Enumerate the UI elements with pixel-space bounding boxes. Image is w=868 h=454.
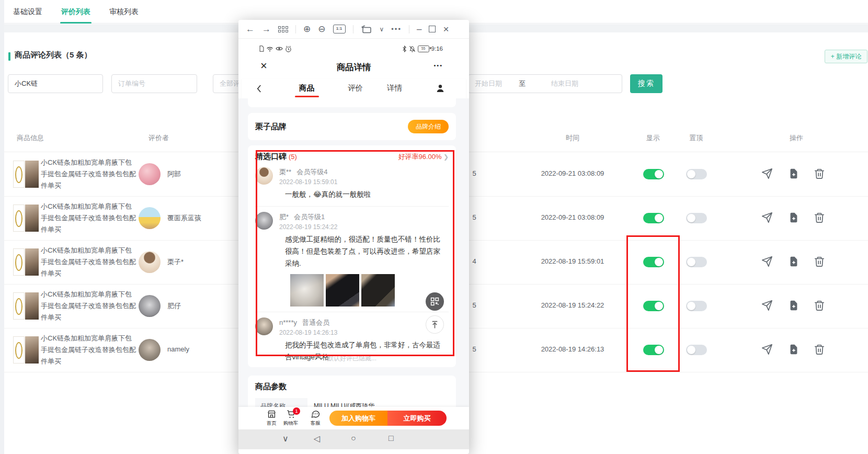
- app-header: × 商品详情 •••: [242, 55, 466, 78]
- col-header-reviewer: 评价者: [149, 133, 169, 143]
- alarm-clock-icon: [285, 46, 292, 52]
- product-title: 小CK链条加粗加宽单肩腋下包手提包金属链子改造替换包包配件单买: [41, 333, 138, 367]
- tab-audit-list[interactable]: 审核列表: [109, 0, 139, 24]
- app-tab-bar: 商品 评价 详情: [242, 78, 466, 98]
- review-photos: [290, 274, 449, 307]
- col-header-pinned: 置顶: [680, 133, 712, 143]
- file-add-icon[interactable]: [788, 256, 800, 267]
- reviewer-avatar: [139, 295, 161, 317]
- visible-toggle[interactable]: [643, 169, 664, 179]
- product-bag-image: [25, 248, 39, 276]
- qr-code-button[interactable]: [426, 292, 444, 311]
- trash-icon[interactable]: [814, 300, 825, 311]
- review-photo[interactable]: [290, 274, 324, 307]
- add-comment-button[interactable]: + 新增评论: [825, 50, 867, 63]
- trash-icon[interactable]: [814, 256, 825, 267]
- close-icon[interactable]: ×: [443, 24, 449, 34]
- tab-review-list[interactable]: 评价列表: [61, 0, 90, 24]
- minimize-icon[interactable]: –: [417, 25, 421, 33]
- product-keyword-input[interactable]: 小CK链: [8, 74, 103, 93]
- arrow-to-top-icon: [431, 321, 439, 329]
- send-icon[interactable]: [761, 344, 773, 355]
- app-grid-icon[interactable]: [278, 26, 288, 32]
- product-chain-image: [13, 161, 25, 188]
- pinned-toggle[interactable]: [686, 345, 707, 355]
- phone-status-bar: 55 9:16: [242, 42, 466, 55]
- positive-rate-link[interactable]: 好评率96.00% ❯: [398, 152, 449, 162]
- app-back-icon[interactable]: [256, 84, 262, 93]
- reviewer-name: 覆面系蓝孩: [167, 213, 201, 223]
- date-start-placeholder: 开始日期: [475, 80, 502, 87]
- product-chain-image: [13, 248, 25, 276]
- zoom-out-icon[interactable]: ⊖: [318, 25, 325, 33]
- visible-toggle[interactable]: [643, 345, 664, 355]
- send-icon[interactable]: [761, 300, 773, 311]
- brand-name: 栗子品牌: [255, 122, 287, 132]
- app-content: 栗子品牌 品牌介绍 精选口碑 (5) 好评率96.00% ❯ 栗**会员等级4 …: [238, 98, 469, 407]
- trash-icon[interactable]: [814, 168, 825, 179]
- scale-1-1-icon[interactable]: 1:1: [333, 25, 346, 33]
- reviewer-name: 阿部: [167, 169, 181, 179]
- hidden-reviews-note: 默认好评已隐藏...: [248, 354, 456, 363]
- order-number-input[interactable]: 订单编号: [111, 74, 197, 93]
- search-button[interactable]: 搜索: [630, 74, 663, 93]
- review-time: 2022-08-19 15:24:22: [279, 223, 337, 231]
- hide-keyboard-icon[interactable]: ∨: [282, 434, 289, 444]
- review-photo[interactable]: [326, 274, 359, 307]
- pinned-toggle[interactable]: [686, 301, 707, 311]
- service-nav-item[interactable]: 客服: [306, 409, 324, 427]
- back-arrow-icon[interactable]: ←: [246, 25, 255, 33]
- home-nav-item[interactable]: 首页: [262, 409, 280, 427]
- send-icon[interactable]: [761, 212, 773, 223]
- reviewer-avatar: [139, 163, 161, 185]
- col-header-visible: 显示: [637, 133, 669, 143]
- app-tab-detail[interactable]: 详情: [387, 83, 402, 93]
- review-time: 2022-08-19 14:26:13: [538, 345, 608, 353]
- pinned-toggle[interactable]: [686, 213, 707, 223]
- trash-icon[interactable]: [814, 212, 825, 223]
- product-chain-image: [13, 205, 25, 232]
- buy-now-button[interactable]: 立即购买: [387, 411, 447, 426]
- section-title: 商品评论列表（5 条）: [15, 50, 92, 60]
- cart-nav-item[interactable]: 1 购物车: [280, 409, 301, 427]
- brand-intro-button[interactable]: 品牌介绍: [408, 120, 449, 133]
- params-title: 商品参数: [255, 382, 449, 392]
- send-icon[interactable]: [761, 256, 773, 267]
- rotate-device-icon[interactable]: [361, 25, 372, 33]
- file-add-icon[interactable]: [788, 212, 800, 223]
- tab-basic-settings[interactable]: 基础设置: [13, 0, 42, 24]
- android-home-icon[interactable]: ○: [351, 434, 356, 443]
- app-tab-product[interactable]: 商品: [299, 83, 314, 93]
- android-recents-icon[interactable]: □: [389, 434, 394, 443]
- review-text: 感觉做工挺精细的，很适配！质量也不错！性价比很高！但是包装差了点，可以再改进些，…: [285, 234, 446, 270]
- visible-toggle[interactable]: [643, 213, 664, 223]
- person-icon[interactable]: [435, 83, 446, 94]
- trash-icon[interactable]: [814, 344, 825, 355]
- visible-toggle[interactable]: [643, 301, 664, 311]
- date-range-input[interactable]: 开始日期 至 结束日期: [468, 74, 622, 93]
- back-to-top-button[interactable]: [426, 315, 444, 334]
- battery-icon: 55: [418, 46, 429, 52]
- review-avatar: [255, 167, 273, 185]
- review-photo[interactable]: [361, 274, 395, 307]
- param-row: 品牌名称 MILU MILU/(咸西琦华: [255, 398, 449, 407]
- product-bag-image: [25, 292, 39, 320]
- pinned-toggle[interactable]: [686, 257, 707, 267]
- send-icon[interactable]: [761, 168, 773, 179]
- pinned-toggle[interactable]: [686, 169, 707, 179]
- more-dots-icon[interactable]: •••: [391, 26, 402, 32]
- add-to-cart-button[interactable]: 加入购物车: [329, 411, 387, 426]
- android-back-icon[interactable]: ◁: [314, 434, 320, 444]
- app-more-icon[interactable]: •••: [433, 62, 443, 69]
- zoom-in-icon[interactable]: ⊕: [303, 25, 311, 33]
- file-add-icon[interactable]: [788, 168, 800, 179]
- forward-arrow-icon[interactable]: →: [262, 25, 271, 33]
- visible-toggle[interactable]: [643, 257, 664, 267]
- file-add-icon[interactable]: [788, 344, 800, 355]
- app-tab-reviews[interactable]: 评价: [348, 83, 363, 93]
- purchase-bar: 首页 1 购物车 客服 加入购物车 立即购买: [238, 407, 469, 429]
- preview-toolbar: ← → ⊕ ⊖ 1:1 ∨ ••• – ×: [238, 20, 469, 39]
- chevron-down-icon[interactable]: ∨: [380, 26, 384, 32]
- maximize-icon[interactable]: [429, 26, 436, 32]
- file-add-icon[interactable]: [788, 300, 800, 311]
